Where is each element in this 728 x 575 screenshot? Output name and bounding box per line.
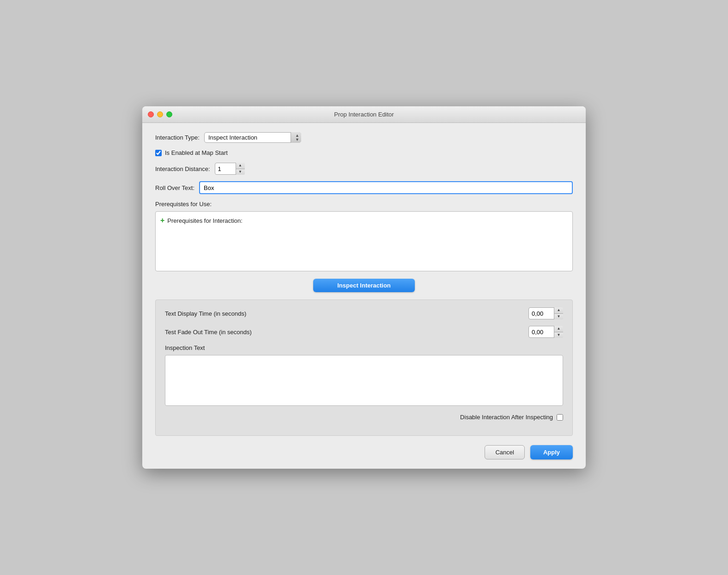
distance-increment-arrow[interactable]: ▲ [236,163,245,169]
text-display-decrement-arrow[interactable]: ▼ [554,314,563,320]
inspect-interaction-panel: Text Display Time (in seconds) ▲ ▼ Test … [155,300,573,436]
main-window: Prop Interaction Editor Interaction Type… [142,106,586,469]
rollover-text-input[interactable] [199,181,573,194]
interaction-type-select-wrapper: Inspect Interaction ▲ ▼ [204,132,301,143]
prerequisites-for-use-label: Prerequistes for Use: [155,201,573,208]
text-display-time-row: Text Display Time (in seconds) ▲ ▼ [165,307,563,319]
interaction-type-label: Interaction Type: [155,134,200,141]
text-display-spinner-arrows: ▲ ▼ [554,307,563,319]
interaction-type-dropdown[interactable]: Inspect Interaction [204,132,301,143]
disable-after-inspecting-label: Disable Interaction After Inspecting [460,414,553,421]
distance-decrement-arrow[interactable]: ▼ [236,169,245,175]
is-enabled-row: Is Enabled at Map Start [155,149,573,156]
disable-after-inspecting-checkbox[interactable] [557,414,563,421]
cancel-button[interactable]: Cancel [485,445,524,459]
fade-out-time-spinner: ▲ ▼ [528,326,563,338]
close-button[interactable] [148,111,154,117]
inspection-text-textarea[interactable] [165,355,563,406]
text-display-time-spinner: ▲ ▼ [528,307,563,319]
titlebar: Prop Interaction Editor [142,106,586,123]
select-wrapper: Inspect Interaction ▲ ▼ [204,132,301,143]
prerequisites-header-label: Prerequisites for Interaction: [167,217,243,224]
text-display-time-label: Text Display Time (in seconds) [165,310,528,317]
inspect-interaction-section-button[interactable]: Inspect Interaction [313,279,415,292]
minimize-button[interactable] [157,111,163,117]
content-area: Interaction Type: Inspect Interaction ▲ … [142,123,586,469]
distance-spinner-arrows: ▲ ▼ [236,163,245,175]
interaction-distance-spinner: ▲ ▼ [215,163,245,175]
fade-out-time-row: Test Fade Out Time (in seconds) ▲ ▼ [165,326,563,338]
is-enabled-label: Is Enabled at Map Start [165,149,228,156]
fade-out-decrement-arrow[interactable]: ▼ [554,332,563,338]
rollover-text-label: Roll Over Text: [155,184,194,191]
fade-out-spinner-arrows: ▲ ▼ [554,326,563,338]
rollover-text-row: Roll Over Text: [155,181,573,194]
prerequisites-box: + Prerequisites for Interaction: [155,211,573,271]
inspection-text-label: Inspection Text [165,344,563,351]
add-prerequisite-button[interactable]: + [160,216,164,225]
fade-out-increment-arrow[interactable]: ▲ [554,326,563,332]
fade-out-time-label: Test Fade Out Time (in seconds) [165,329,528,336]
apply-button[interactable]: Apply [530,445,573,459]
is-enabled-checkbox[interactable] [155,150,162,156]
window-title: Prop Interaction Editor [334,111,394,118]
interaction-distance-row: Interaction Distance: ▲ ▼ [155,163,573,175]
button-row: Cancel Apply [155,443,573,459]
prerequisites-header: + Prerequisites for Interaction: [160,216,568,225]
maximize-button[interactable] [166,111,172,117]
disable-after-inspecting-row: Disable Interaction After Inspecting [165,414,563,421]
text-display-increment-arrow[interactable]: ▲ [554,307,563,314]
interaction-distance-label: Interaction Distance: [155,165,210,172]
interaction-type-row: Interaction Type: Inspect Interaction ▲ … [155,132,573,143]
traffic-lights [148,111,172,117]
